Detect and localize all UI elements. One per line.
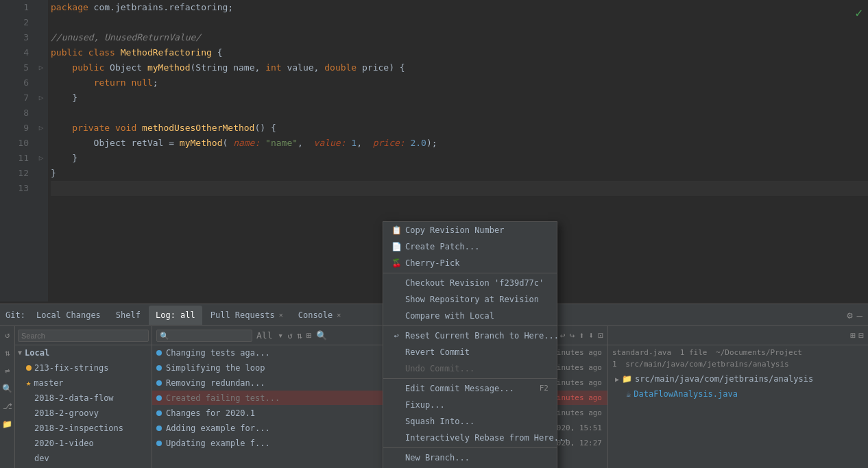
sidebar-search-input[interactable] (18, 330, 149, 342)
commit-search-input[interactable] (156, 330, 252, 342)
close-console-tab[interactable]: ✕ (337, 311, 341, 319)
commit-dot-6 (156, 441, 162, 446)
branch-indicator-orange (26, 365, 32, 371)
commit-dot-0 (156, 350, 162, 356)
file-item-dataflowanalysis[interactable]: ☕ DataFlowAnalysis.java (612, 386, 864, 402)
code-line-8 (51, 106, 868, 121)
file-tree-root[interactable]: ▶ 📁 src/main/java/com/jetbrains/analysis (612, 371, 864, 386)
menu-edit-commit-message[interactable]: Edit Commit Message... F2 (383, 380, 557, 397)
menu-fixup[interactable]: Fixup... (383, 397, 557, 413)
reset-icon: ↩ (391, 328, 401, 344)
sidebar-tree: ▼ Local 213-fix-strings ★ master 2018-2-… (15, 326, 152, 468)
sidebar-item-2020-1-video[interactable]: 2020-1-video (15, 436, 152, 451)
sidebar-item-local[interactable]: ▼ Local (15, 345, 152, 360)
expand-arrow-local: ▼ (18, 345, 22, 360)
refresh-commits-icon[interactable]: ↺ (287, 330, 293, 341)
menu-undo-commit: Undo Commit... (383, 360, 557, 377)
code-line-2 (51, 15, 868, 30)
commit-dot-2 (156, 380, 162, 386)
menu-sep-4 (383, 447, 557, 448)
up-down-icon[interactable]: ⇅ (1, 347, 14, 359)
folder-expand-icon: ▶ (615, 375, 619, 383)
tab-local-changes[interactable]: Local Changes (29, 306, 108, 325)
check-icon: ✓ (855, 5, 863, 20)
expand-right-icon[interactable]: ⊡ (598, 330, 603, 341)
collapse-tree-icon[interactable]: ⊟ (858, 330, 864, 341)
left-action-icons: ↺ ⇅ ⇌ 🔍 ⎇ 📁 (0, 326, 15, 468)
sidebar-item-2018-2-data-flow[interactable]: 2018-2-data-flow (15, 391, 152, 406)
patch-icon: 📄 (391, 238, 401, 255)
close-pull-requests-tab[interactable]: ✕ (279, 311, 283, 319)
minimize-icon[interactable]: — (857, 310, 863, 321)
search-commits-icon[interactable]: 🔍 (316, 330, 327, 341)
sidebar-toolbar (15, 326, 152, 345)
menu-sep-3 (383, 378, 557, 379)
menu-sep-2 (383, 325, 557, 326)
copy-icon: 📋 (391, 222, 401, 238)
code-line-9: private void methodUsesOtherMethod() { (51, 121, 868, 136)
tab-pull-requests[interactable]: Pull Requests ✕ (204, 306, 290, 325)
code-line-7: } (51, 90, 868, 106)
sidebar-item-2018-2-inspections[interactable]: 2018-2-inspections (15, 421, 152, 436)
menu-compare-local[interactable]: Compare with Local (383, 308, 557, 324)
right-panel: ⊞ ⊟ standard-java 1 file ~/Documents/Pro… (607, 326, 868, 468)
code-line-12: } (51, 166, 868, 181)
expand-tree-icon[interactable]: ⊞ (850, 330, 856, 341)
menu-sep-1 (383, 273, 557, 273)
java-file-icon: ☕ (626, 389, 631, 399)
menu-new-branch[interactable]: New Branch... (383, 449, 557, 466)
search-log-icon[interactable]: 🔍 (1, 382, 14, 395)
file-info-label: standard-java 1 file ~/Documents/Project (612, 348, 864, 357)
right-content: standard-java 1 file ~/Documents/Project… (608, 345, 868, 468)
code-line-11: } (51, 151, 868, 166)
menu-revert-commit[interactable]: Revert Commit (383, 344, 557, 360)
tab-toolbar-icons: ⚙ — (847, 310, 868, 321)
menu-checkout-revision[interactable]: Checkout Revision 'f239d77c' (383, 275, 557, 291)
menu-cherry-pick[interactable]: 🍒 Cherry-Pick (383, 255, 557, 271)
code-line-1: package com.jetbrains.refactoring; (51, 0, 868, 15)
refresh-icon[interactable]: ↺ (1, 329, 14, 341)
tab-log-all[interactable]: Log: all (149, 306, 202, 325)
branch-icon[interactable]: ⎇ (1, 400, 14, 412)
menu-reset-branch[interactable]: ↩ Reset Current Branch to Here... (383, 328, 557, 344)
commit-dot-3 (156, 395, 162, 401)
sidebar-item-2018-2-groovy[interactable]: 2018-2-groovy (15, 406, 152, 421)
expand-commits-icon[interactable]: ⊞ (306, 330, 312, 341)
git-label: Git: (5, 310, 25, 320)
code-line-4: public class MethodRefactoring { (51, 45, 868, 60)
tab-console[interactable]: Console ✕ (291, 306, 348, 325)
code-line-10: Object retVal = myMethod( name: "name", … (51, 136, 868, 151)
tab-shelf[interactable]: Shelf (109, 306, 147, 325)
context-menu: 📋 Copy Revision Number 📄 Create Patch...… (383, 221, 557, 468)
file-path-label: 1 src/main/java/com/jetbrains/analysis (612, 360, 864, 369)
settings-icon[interactable]: ⚙ (847, 310, 852, 321)
redo-icon[interactable]: ↪ (570, 330, 575, 341)
cherry-pick-icon: 🍒 (391, 255, 401, 271)
undo-icon[interactable]: ↩ (560, 330, 566, 341)
code-line-3: //unused, UnusedReturnValue/ (51, 30, 868, 45)
editor-gutter: ▷ ▷ ▷ ▷ (34, 0, 48, 301)
menu-copy-revision[interactable]: 📋 Copy Revision Number (383, 222, 557, 238)
menu-squash-into[interactable]: Squash Into... (383, 413, 557, 430)
sort-commits-icon[interactable]: ⇅ (297, 330, 302, 341)
code-line-6: return null; (51, 75, 868, 90)
line-numbers: 1 2 3 4 5 6 7 8 9 10 11 12 13 (0, 0, 34, 301)
edit-shortcut: F2 (540, 380, 548, 397)
branch-indicator-star: ★ (26, 375, 31, 391)
folder-icon-side[interactable]: 📁 (1, 418, 14, 430)
commit-dot-4 (156, 410, 162, 416)
merge-icon[interactable]: ⇌ (1, 365, 14, 377)
sidebar-item-master[interactable]: ★ master (15, 375, 152, 391)
all-filter-icon[interactable]: All ▾ (256, 330, 283, 341)
right-toolbar: ⊞ ⊟ (608, 326, 868, 345)
sidebar-item-213-fix-strings[interactable]: 213-fix-strings (15, 360, 152, 375)
push-icon[interactable]: ⬆ (579, 330, 585, 341)
commit-dot-5 (156, 426, 162, 431)
commit-dot-1 (156, 365, 162, 371)
menu-create-patch[interactable]: 📄 Create Patch... (383, 238, 557, 255)
menu-interactive-rebase[interactable]: Interactively Rebase from Here... (383, 430, 557, 446)
pull-icon[interactable]: ⬇ (588, 330, 594, 341)
code-line-13 (51, 181, 868, 196)
menu-show-repository[interactable]: Show Repository at Revision (383, 291, 557, 308)
sidebar-item-dev[interactable]: dev (15, 451, 152, 466)
